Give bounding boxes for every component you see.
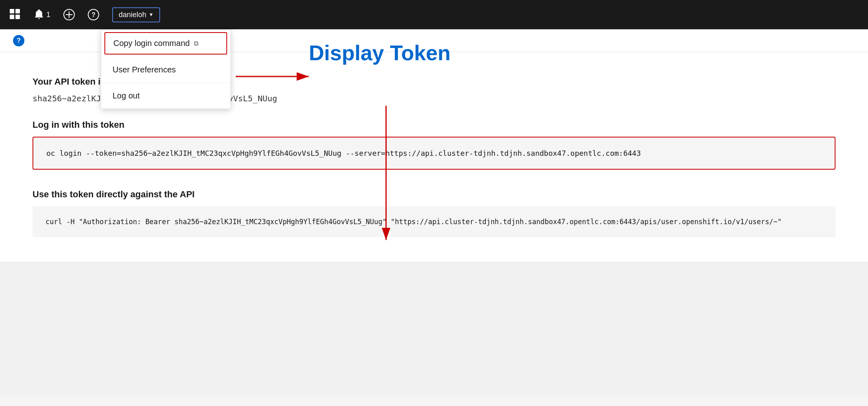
caret-icon: ▼ [149,12,154,17]
logout-item[interactable]: Log out [101,83,230,109]
external-link-icon: ⧉ [194,40,198,47]
user-preferences-item[interactable]: User Preferences [101,57,230,83]
login-command-box: oc login --token=sha256~a2ezlKJIH_tMC23q… [33,137,835,170]
user-menu-button[interactable]: danieloh ▼ [112,7,160,22]
api-use-heading: Use this token directly against the API [33,189,835,200]
svg-rect-2 [10,15,14,19]
username-label: danieloh [119,11,146,19]
notifications-icon[interactable]: 1 [34,9,50,20]
notification-count: 1 [46,11,50,19]
copy-login-label: Copy login command [113,39,190,48]
help-icon[interactable]: ? [88,9,99,20]
sub-help-icon[interactable]: ? [13,35,24,46]
svg-rect-6 [66,14,72,15]
svg-text:?: ? [91,11,95,18]
grid-icon[interactable] [10,9,21,20]
add-icon[interactable] [63,9,75,20]
api-section: Use this token directly against the API … [33,189,835,237]
svg-rect-3 [15,15,20,19]
login-section: Log in with this token oc login --token=… [33,120,835,170]
copy-login-command-item[interactable]: Copy login command ⧉ [104,32,227,55]
navbar: 1 ? danieloh ▼ [0,0,868,29]
svg-rect-0 [10,9,14,13]
curl-command-box: curl -H "Authorization: Bearer sha256~a2… [33,206,835,237]
svg-rect-1 [15,9,20,13]
logout-label: Log out [113,91,140,100]
sub-help-char: ? [17,37,21,44]
user-dropdown-menu: Copy login command ⧉ User Preferences Lo… [101,29,231,109]
user-preferences-label: User Preferences [113,65,176,74]
login-heading: Log in with this token [33,120,835,130]
